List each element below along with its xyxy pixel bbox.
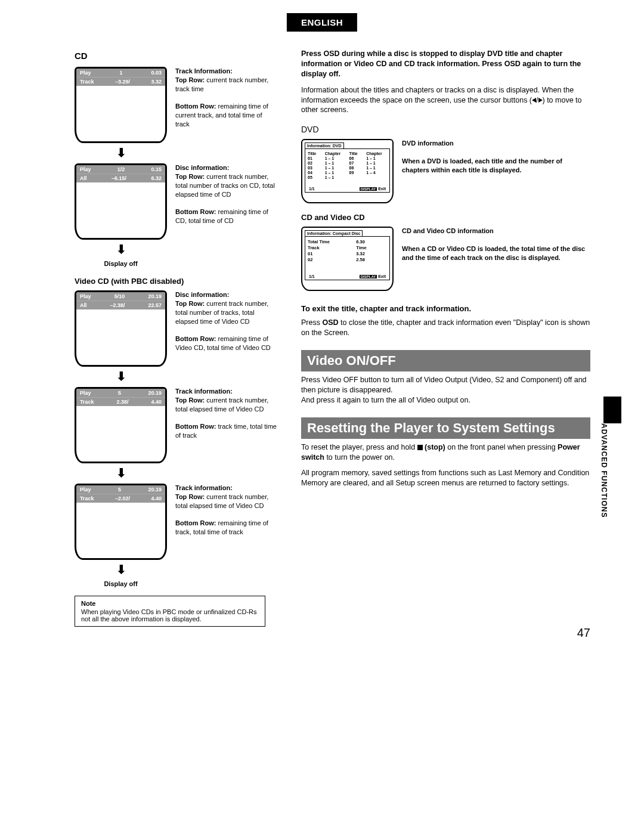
- band-cell: –2.38/: [110, 302, 125, 308]
- band-cell: 20.19: [148, 293, 162, 299]
- vcd2-description: Track information: Top Row: current trac…: [175, 387, 277, 440]
- left-column: CD Play10.03 Track–3.29/3.32 Track Infor…: [75, 49, 277, 627]
- band-cell: Track: [80, 399, 94, 405]
- down-arrow-icon: ⬇: [115, 369, 127, 383]
- desc-label: Bottom Row:: [175, 335, 216, 342]
- band-cell: Play: [80, 487, 91, 493]
- band-cell: Track: [80, 496, 94, 501]
- cursor-left-icon: [532, 98, 536, 103]
- language-badge: ENGLISH: [287, 13, 357, 32]
- cd-heading: CD: [75, 51, 277, 61]
- desc-label: Bottom Row:: [175, 103, 216, 110]
- page-indicator: 1/1: [309, 274, 315, 278]
- info-tab: Information: DVD: [305, 143, 344, 148]
- text: to turn the power on.: [324, 453, 395, 462]
- desc-label: Bottom Row:: [175, 423, 216, 430]
- video-onoff-body: Press Video OFF button to turn all of Vi…: [301, 375, 590, 405]
- vcd3-description: Track information: Top Row: current trac…: [175, 484, 277, 537]
- desc-title: Disc information:: [175, 290, 277, 299]
- desc-title: Track information:: [175, 387, 277, 396]
- right-column: Press OSD during while a disc is stopped…: [301, 49, 590, 627]
- exit-body: Press OSD to close the title, chapter an…: [301, 318, 590, 338]
- down-arrow-icon: ⬇: [115, 562, 127, 577]
- reset-body-2: All program memory, saved settings from …: [301, 468, 590, 488]
- page-number: 47: [577, 626, 590, 640]
- text: to close the title, chapter and track in…: [301, 318, 590, 337]
- manual-page: ENGLISH ADVANCED FUNCTIONS CD Play10.03 …: [0, 0, 644, 651]
- desc-title: Track Information:: [175, 67, 277, 76]
- cd-track-table: Total Time6.30TrackTime013.32022.58: [308, 239, 387, 262]
- band-cell: 4.40: [151, 496, 162, 501]
- stop-label: (stop): [423, 443, 445, 451]
- down-arrow-icon: ⬇: [115, 242, 127, 256]
- band-cell: 20.19: [148, 390, 162, 396]
- note-box: Note When playing Video CDs in PBC mode …: [75, 596, 265, 627]
- cursor-right-icon: [538, 98, 543, 103]
- desc-label: Bottom Row:: [175, 208, 216, 215]
- side-tab-marker: [603, 397, 621, 423]
- band-cell: 1: [119, 70, 122, 76]
- exit-label: Exit: [378, 187, 386, 191]
- intro-body: Information about the titles and chapter…: [301, 85, 590, 116]
- text: Press: [301, 318, 322, 327]
- vcd-heading: Video CD (with PBC disabled): [75, 277, 277, 286]
- band-cell: 4.40: [151, 399, 162, 405]
- band-cell: 0.15: [151, 166, 162, 172]
- band-cell: 3.32: [151, 79, 162, 85]
- band-cell: 20.19: [148, 487, 162, 493]
- cd1-description: Track Information: Top Row: current trac…: [175, 67, 277, 129]
- reset-heading: Resetting the Player to System Settings: [301, 417, 590, 439]
- note-text: When playing Video CDs in PBC mode or un…: [81, 608, 257, 623]
- text: on the front panel when pressing: [445, 443, 558, 451]
- cd-vcd-info-screen: Information: Compact Disc Total Time6.30…: [301, 227, 394, 291]
- band-cell: Track: [80, 79, 94, 85]
- band-cell: 6.32: [151, 175, 162, 181]
- note-label: Note: [81, 600, 259, 607]
- band-cell: Play: [80, 390, 91, 396]
- band-cell: Play: [80, 293, 91, 299]
- tv-screen-cd-track: Play10.03 Track–3.29/3.32: [75, 67, 167, 143]
- down-arrow-icon: ⬇: [115, 145, 127, 160]
- dvd-title-chapter-table: TitleChapterTitleChapter011 – 1061 – 102…: [308, 151, 387, 179]
- osd-label: OSD: [322, 318, 338, 327]
- desc-title: CD and Video CD information: [402, 227, 590, 236]
- dvd-info-screen: Information: DVD TitleChapterTitleChapte…: [301, 139, 394, 203]
- tv-screen-vcd-disc: Play5/1020.19 All–2.38/22.57: [75, 290, 167, 367]
- band-cell: –3.29/: [115, 79, 130, 85]
- band-cell: –6.15/: [112, 175, 126, 181]
- tv-screen-vcd-track1: Play520.19 Track2.38/4.40: [75, 387, 167, 463]
- band-cell: 1/2: [117, 166, 125, 172]
- desc-label: Bottom Row:: [175, 519, 216, 527]
- desc-label: Top Row:: [175, 173, 205, 180]
- display-off-label: Display off: [75, 260, 167, 267]
- display-off-label: Display off: [75, 580, 167, 587]
- vcd1-description: Disc information: Top Row: current track…: [175, 290, 277, 352]
- band-cell: Play: [80, 70, 91, 76]
- side-tab-label: ADVANCED FUNCTIONS: [600, 423, 608, 518]
- band-cell: 22.57: [148, 302, 162, 308]
- band-cell: 2.38/: [116, 399, 128, 405]
- band-cell: 0.03: [151, 70, 162, 76]
- band-cell: –2.02/: [115, 496, 130, 501]
- band-cell: 5: [118, 390, 121, 396]
- dvd-heading: DVD: [301, 125, 590, 134]
- stop-icon: [417, 445, 423, 450]
- display-button-icon: DISPLAY: [360, 275, 377, 278]
- band-cell: Play: [80, 166, 91, 172]
- desc-label: Top Row:: [175, 76, 205, 83]
- desc-label: Top Row:: [175, 397, 205, 404]
- desc-title: Disc information:: [175, 163, 277, 172]
- cd-vcd-description: CD and Video CD information When a CD or…: [402, 227, 590, 262]
- desc-body: When a DVD is loaded, each title and the…: [402, 157, 590, 175]
- cd-vcd-heading: CD and Video CD: [301, 213, 590, 222]
- desc-label: Top Row:: [175, 493, 205, 500]
- page-indicator: 1/1: [309, 187, 315, 191]
- exit-heading: To exit the title, chapter and track inf…: [301, 304, 590, 313]
- desc-body: When a CD or Video CD is loaded, the tot…: [402, 244, 590, 262]
- tv-screen-cd-disc: Play1/20.15 All–6.15/6.32: [75, 163, 167, 240]
- tv-screen-vcd-track2: Play520.19 Track–2.02/4.40: [75, 484, 167, 560]
- exit-label: Exit: [378, 274, 386, 278]
- desc-title: DVD information: [402, 139, 590, 148]
- cd2-description: Disc information: Top Row: current track…: [175, 163, 277, 225]
- info-tab: Information: Compact Disc: [305, 230, 363, 236]
